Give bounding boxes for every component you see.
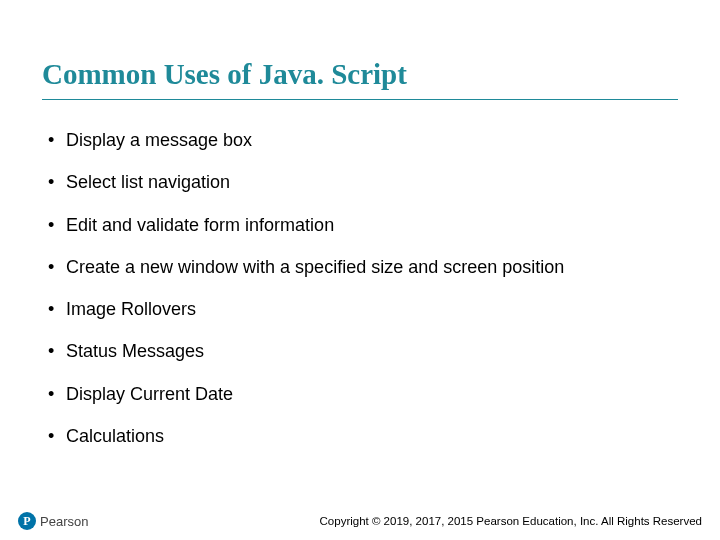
list-item: Display a message box xyxy=(48,128,678,152)
list-item: Calculations xyxy=(48,424,678,448)
footer: P Pearson Copyright © 2019, 2017, 2015 P… xyxy=(0,512,720,530)
copyright-text: Copyright © 2019, 2017, 2015 Pearson Edu… xyxy=(320,515,702,527)
slide-content: Common Uses of Java. Script Display a me… xyxy=(0,0,720,448)
list-item: Display Current Date xyxy=(48,382,678,406)
logo-text: Pearson xyxy=(40,514,88,529)
list-item: Status Messages xyxy=(48,339,678,363)
list-item: Edit and validate form information xyxy=(48,213,678,237)
bullet-list: Display a message box Select list naviga… xyxy=(42,128,678,448)
slide-title: Common Uses of Java. Script xyxy=(42,58,678,100)
logo-badge-icon: P xyxy=(18,512,36,530)
list-item: Select list navigation xyxy=(48,170,678,194)
publisher-logo: P Pearson xyxy=(18,512,88,530)
list-item: Image Rollovers xyxy=(48,297,678,321)
list-item: Create a new window with a specified siz… xyxy=(48,255,678,279)
